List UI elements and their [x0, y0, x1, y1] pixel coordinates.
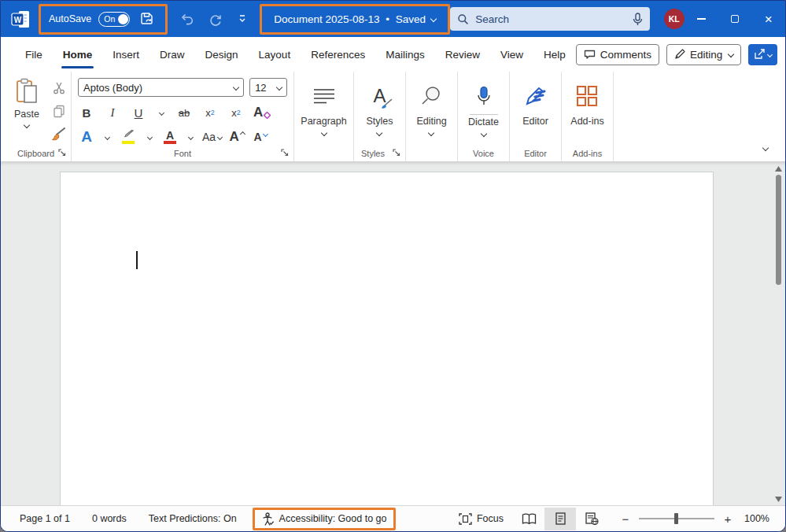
quick-access-toolbar-chevron[interactable]	[232, 9, 253, 29]
strikethrough-button[interactable]: ab	[175, 104, 193, 121]
subscript-button[interactable]: x2	[201, 104, 219, 121]
accessibility-status[interactable]: Accessibility: Good to go	[279, 513, 387, 524]
title-separator: •	[386, 13, 389, 25]
search-box[interactable]	[450, 7, 650, 31]
scrollbar-thumb[interactable]	[776, 175, 781, 285]
voice-group: Dictate Voice	[458, 72, 510, 161]
paste-clipboard-icon	[15, 78, 39, 106]
styles-dialog-launcher[interactable]	[392, 148, 401, 157]
autosave-toggle[interactable]: On	[98, 12, 130, 27]
account-avatar[interactable]: KL	[664, 9, 685, 29]
search-icon	[457, 13, 469, 25]
editing-button[interactable]: Editing	[416, 78, 446, 144]
shrink-font-button[interactable]: A	[252, 128, 269, 146]
clear-formatting-button[interactable]: A	[253, 104, 271, 121]
styles-button[interactable]: A Styles	[366, 78, 393, 144]
web-layout-button[interactable]	[576, 508, 607, 530]
underline-button[interactable]: U	[130, 104, 147, 121]
tab-help[interactable]: Help	[533, 37, 576, 72]
ribbon-collapse-button[interactable]	[763, 139, 768, 153]
zoom-slider-thumb[interactable]	[674, 513, 678, 524]
chevron-down-icon	[237, 14, 248, 24]
comments-button[interactable]: Comments	[576, 44, 659, 65]
italic-button[interactable]: I	[104, 104, 121, 121]
save-button[interactable]	[137, 9, 157, 29]
tab-design[interactable]: Design	[195, 37, 249, 72]
undo-button[interactable]	[177, 9, 197, 29]
underline-dropdown[interactable]	[156, 104, 167, 121]
tab-review[interactable]: Review	[435, 37, 490, 72]
format-painter-button[interactable]	[50, 125, 68, 142]
document-title[interactable]: Document 2025-08-13 • Saved	[274, 13, 426, 25]
read-mode-button[interactable]	[513, 508, 544, 530]
dictate-microphone-icon	[477, 86, 491, 107]
clipboard-dialog-launcher[interactable]	[57, 148, 67, 157]
font-size-combo[interactable]: 12	[249, 78, 287, 97]
addins-label: Add-ins	[570, 116, 603, 127]
minimize-button[interactable]	[685, 1, 718, 37]
editing-mode-dropdown[interactable]: Editing	[666, 44, 741, 65]
maximize-button[interactable]	[718, 1, 752, 37]
font-group: Aptos (Body) 12 B I U ab x2 x2 A	[72, 72, 294, 161]
ribbon: Paste	[1, 72, 785, 162]
editor-label: Editor	[522, 116, 548, 127]
text-predictions-status[interactable]: Text Predictions: On	[138, 513, 248, 524]
share-button[interactable]	[748, 44, 777, 65]
focus-toggle[interactable]: Focus	[449, 513, 513, 525]
paragraph-button[interactable]: Paragraph	[301, 78, 346, 144]
copy-button[interactable]	[50, 102, 68, 120]
undo-icon	[179, 12, 195, 26]
microphone-icon[interactable]	[633, 13, 643, 26]
zoom-in-button[interactable]: +	[722, 512, 733, 526]
text-effects-dropdown[interactable]	[101, 128, 113, 146]
page-count[interactable]: Page 1 of 1	[9, 513, 81, 524]
dictate-button[interactable]: Dictate	[468, 78, 499, 144]
word-app-icon[interactable]: W	[10, 9, 31, 30]
word-count[interactable]: 0 words	[81, 513, 138, 524]
font-name-combo[interactable]: Aptos (Body)	[78, 78, 244, 97]
print-layout-button[interactable]	[544, 508, 576, 530]
superscript-button[interactable]: x2	[227, 104, 245, 121]
zoom-slider[interactable]	[639, 518, 714, 519]
redo-button[interactable]	[205, 9, 226, 29]
grow-font-button[interactable]: A	[228, 128, 245, 146]
addins-button[interactable]: Add-ins	[570, 78, 603, 144]
scroll-up-button[interactable]	[773, 164, 784, 173]
tab-layout[interactable]: Layout	[249, 37, 301, 72]
tab-mailings[interactable]: Mailings	[375, 37, 435, 72]
bold-button[interactable]: B	[78, 104, 95, 121]
editor-button[interactable]: Editor	[522, 78, 548, 144]
vertical-scrollbar[interactable]	[773, 164, 784, 504]
document-title-highlight-box: Document 2025-08-13 • Saved	[260, 4, 450, 35]
statusbar: Page 1 of 1 0 words Text Predictions: On…	[1, 505, 785, 531]
title-dropdown-chevron-icon[interactable]	[430, 16, 437, 22]
tab-draw[interactable]: Draw	[149, 37, 195, 72]
share-icon	[754, 49, 766, 60]
zoom-out-button[interactable]: −	[620, 512, 631, 526]
close-button[interactable]: ×	[751, 1, 785, 37]
scroll-down-arrow-icon	[775, 497, 782, 502]
font-color-button[interactable]: A	[161, 128, 179, 146]
font-dialog-launcher[interactable]	[280, 148, 290, 157]
tab-references[interactable]: References	[301, 37, 375, 72]
editing-chevron-icon	[428, 130, 434, 136]
cut-button[interactable]	[50, 79, 68, 97]
accessibility-person-icon	[262, 512, 275, 526]
highlight-dropdown[interactable]	[144, 128, 155, 146]
text-effects-button[interactable]: A	[78, 128, 95, 146]
zoom-percent[interactable]: 100%	[738, 513, 769, 524]
tab-home[interactable]: Home	[53, 37, 103, 72]
document-page[interactable]	[60, 172, 714, 505]
autosave-label: AutoSave	[49, 13, 91, 24]
editing-group: Editing	[406, 72, 458, 161]
tab-view[interactable]: View	[490, 37, 533, 72]
tab-insert[interactable]: Insert	[102, 37, 149, 72]
scissors-icon	[53, 82, 65, 94]
scroll-down-button[interactable]	[773, 494, 784, 504]
highlight-button[interactable]	[119, 128, 138, 146]
change-case-button[interactable]: Aa	[202, 128, 222, 146]
tab-file[interactable]: File	[15, 37, 53, 72]
font-color-dropdown[interactable]	[185, 128, 196, 146]
paragraph-group: Paragraph	[294, 72, 354, 161]
search-input[interactable]	[475, 13, 633, 25]
